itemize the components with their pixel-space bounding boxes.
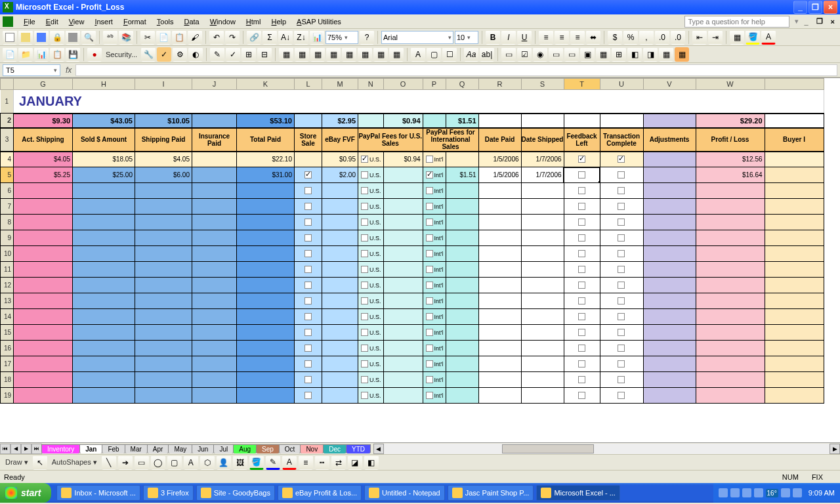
checkbox[interactable] xyxy=(426,313,433,320)
checkbox[interactable] xyxy=(361,234,368,242)
cell[interactable] xyxy=(478,356,521,372)
cell[interactable] xyxy=(521,293,564,309)
cell[interactable] xyxy=(14,293,73,309)
tb-icon[interactable]: ✓ xyxy=(157,47,171,62)
cell[interactable] xyxy=(564,246,600,262)
cell[interactable] xyxy=(14,183,73,199)
cell[interactable] xyxy=(521,309,564,325)
column-header-cell[interactable]: Date Paid xyxy=(478,128,521,152)
cell[interactable] xyxy=(237,293,295,309)
checkbox[interactable] xyxy=(618,313,625,320)
menu-html[interactable]: Html xyxy=(241,16,266,27)
sheet-tab-ytd[interactable]: YTD xyxy=(346,444,371,453)
cell[interactable] xyxy=(521,341,564,356)
cell[interactable] xyxy=(696,293,765,309)
cell[interactable] xyxy=(383,356,423,372)
restore-doc-button[interactable]: ❐ xyxy=(814,17,826,26)
name-box[interactable]: T5▾ xyxy=(3,64,60,76)
tb-icon[interactable]: 📋 xyxy=(50,47,64,62)
menu-file[interactable]: File xyxy=(18,16,41,27)
cell[interactable] xyxy=(478,388,521,404)
cell[interactable] xyxy=(521,230,564,246)
cell[interactable]: U.S. xyxy=(358,152,384,167)
column-header-cell[interactable]: Profit / Loss xyxy=(696,128,765,152)
tray-icon[interactable] xyxy=(742,488,751,497)
checkbox[interactable] xyxy=(304,203,312,210)
checkbox[interactable] xyxy=(578,156,585,163)
cell[interactable] xyxy=(73,246,135,262)
cell[interactable] xyxy=(564,114,600,128)
checkbox[interactable] xyxy=(578,329,585,336)
cell[interactable] xyxy=(14,246,73,262)
cell[interactable] xyxy=(383,199,423,215)
column-header-cell[interactable]: Feedback Left xyxy=(564,128,600,152)
cell[interactable] xyxy=(600,262,643,278)
cell[interactable] xyxy=(192,278,237,293)
checkbox[interactable] xyxy=(361,266,368,273)
tb-icon[interactable]: ▢ xyxy=(427,47,441,62)
cell[interactable] xyxy=(478,183,521,199)
cell[interactable]: $12.56 xyxy=(696,152,765,167)
cell[interactable]: $22.10 xyxy=(237,152,295,167)
cell[interactable] xyxy=(295,230,322,246)
format-painter-icon[interactable]: 🖌 xyxy=(188,30,202,45)
cell[interactable]: 16 xyxy=(1,341,14,356)
menu-edit[interactable]: Edit xyxy=(41,16,64,27)
formula-bar[interactable] xyxy=(75,64,837,76)
taskbar-item[interactable]: Untitled - Notepad xyxy=(364,485,445,501)
cell[interactable] xyxy=(73,309,135,325)
cell[interactable]: $18.05 xyxy=(73,152,135,167)
clipart-icon[interactable]: 👤 xyxy=(217,455,231,470)
tb-icon[interactable]: 📄 xyxy=(3,47,17,62)
checkbox[interactable] xyxy=(578,345,585,352)
cell[interactable] xyxy=(73,262,135,278)
cell[interactable] xyxy=(643,325,696,341)
cell[interactable] xyxy=(423,114,446,128)
cell[interactable]: $1.51 xyxy=(446,167,478,183)
cell[interactable] xyxy=(446,246,478,262)
cell[interactable] xyxy=(322,372,358,388)
sheet-tab-oct[interactable]: Oct xyxy=(279,444,301,453)
checkbox[interactable] xyxy=(578,313,585,320)
column-header-cell[interactable]: PayPal Fees for U.S. Sales xyxy=(358,128,423,152)
cell[interactable]: $0.94 xyxy=(383,114,423,128)
comma-icon[interactable]: , xyxy=(639,30,654,45)
cell[interactable] xyxy=(446,325,478,341)
font-color-icon[interactable]: A xyxy=(282,455,297,470)
sort-asc-icon[interactable]: A↓ xyxy=(278,30,293,45)
checkbox[interactable] xyxy=(426,156,433,163)
cell[interactable] xyxy=(383,246,423,262)
column-header-cell[interactable]: Date Shipped xyxy=(521,128,564,152)
cell[interactable] xyxy=(383,325,423,341)
cell[interactable]: $4.05 xyxy=(14,152,73,167)
checkbox[interactable] xyxy=(361,203,368,210)
cell[interactable] xyxy=(765,356,824,372)
cell[interactable] xyxy=(322,183,358,199)
cell[interactable] xyxy=(237,388,295,404)
cell[interactable] xyxy=(643,230,696,246)
cell[interactable] xyxy=(73,325,135,341)
tb-icon[interactable]: ◧ xyxy=(627,47,642,62)
checkbox[interactable] xyxy=(304,219,312,226)
sheet-tab-sep[interactable]: Sep xyxy=(256,444,280,453)
cell[interactable] xyxy=(564,309,600,325)
checkbox[interactable] xyxy=(361,345,368,352)
cell[interactable] xyxy=(600,183,643,199)
cell[interactable] xyxy=(643,356,696,372)
sort-desc-icon[interactable]: Z↓ xyxy=(294,30,308,45)
checkbox[interactable] xyxy=(578,392,585,399)
cell[interactable] xyxy=(322,246,358,262)
cell[interactable]: U.S. xyxy=(358,183,384,199)
tb-icon[interactable]: ▦ xyxy=(659,47,673,62)
checkbox[interactable] xyxy=(426,219,433,226)
checkbox[interactable] xyxy=(426,171,433,178)
cell[interactable] xyxy=(383,293,423,309)
cell[interactable]: $2.95 xyxy=(322,114,358,128)
cell[interactable] xyxy=(237,215,295,230)
cell[interactable]: 1/5/2006 xyxy=(478,152,521,167)
cell[interactable] xyxy=(765,230,824,246)
checkbox[interactable] xyxy=(578,360,585,368)
cell[interactable]: Int'l xyxy=(423,341,446,356)
cell[interactable] xyxy=(600,293,643,309)
cell[interactable]: $6.00 xyxy=(135,167,192,183)
